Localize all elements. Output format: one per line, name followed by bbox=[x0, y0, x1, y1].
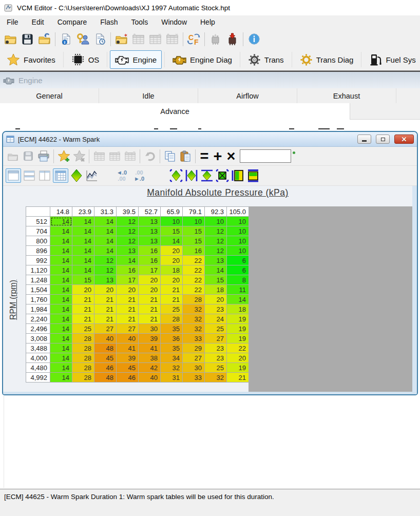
spark-cell[interactable]: 20 bbox=[161, 275, 183, 285]
spark-cell[interactable]: 20 bbox=[161, 246, 183, 256]
table-tool-3-disabled[interactable] bbox=[122, 149, 138, 163]
spark-cell[interactable]: 28 bbox=[72, 373, 94, 383]
spark-cell[interactable]: 22 bbox=[227, 343, 249, 353]
view-split-vertical-button[interactable] bbox=[37, 168, 52, 183]
spark-cell[interactable]: 14 bbox=[50, 334, 72, 343]
table-tool-1-disabled[interactable] bbox=[91, 149, 107, 163]
spark-cell[interactable]: 8 bbox=[227, 275, 249, 285]
spark-cell[interactable]: 19 bbox=[227, 324, 249, 334]
spark-cell[interactable]: 21 bbox=[139, 304, 161, 314]
remove-favorite-button[interactable] bbox=[71, 149, 87, 163]
spark-cell[interactable]: 14 bbox=[50, 246, 72, 256]
spark-cell[interactable]: 14 bbox=[50, 275, 72, 285]
file-history-button[interactable] bbox=[91, 31, 108, 47]
spark-cell[interactable]: 21 bbox=[139, 295, 161, 304]
tab-idle[interactable]: Idle bbox=[99, 88, 198, 103]
row-header[interactable]: 1,504 bbox=[26, 285, 50, 295]
spark-cell[interactable]: 12 bbox=[117, 236, 139, 246]
column-header[interactable]: 92.3 bbox=[205, 207, 227, 217]
spark-cell[interactable]: 14 bbox=[94, 246, 117, 256]
spark-cell[interactable]: 45 bbox=[94, 353, 117, 363]
spark-cell[interactable]: 14 bbox=[72, 236, 94, 246]
undo-button-disabled[interactable] bbox=[142, 149, 158, 163]
spark-cell[interactable]: 38 bbox=[139, 353, 161, 363]
spark-cell[interactable]: 46 bbox=[94, 363, 117, 373]
file-info-button[interactable] bbox=[58, 31, 74, 47]
spark-cell[interactable]: 32 bbox=[183, 324, 205, 334]
row-header[interactable]: 1,120 bbox=[26, 265, 50, 275]
spark-cell[interactable]: 12 bbox=[205, 236, 227, 246]
row-header[interactable]: 3,008 bbox=[26, 334, 50, 343]
spark-cell[interactable]: 14 bbox=[72, 256, 94, 265]
spark-cell[interactable]: 12 bbox=[94, 265, 117, 275]
spark-cell[interactable]: 10 bbox=[227, 236, 249, 246]
tab-general[interactable]: General bbox=[0, 88, 99, 103]
spark-cell[interactable]: 45 bbox=[117, 363, 139, 373]
spark-cell[interactable]: 36 bbox=[161, 334, 183, 343]
row-header[interactable]: 704 bbox=[26, 226, 50, 236]
spark-cell[interactable]: 22 bbox=[183, 275, 205, 285]
save-file-button[interactable] bbox=[19, 31, 36, 47]
spark-cell[interactable]: 12 bbox=[117, 226, 139, 236]
spark-cell[interactable]: 14 bbox=[50, 265, 72, 275]
open-button-disabled[interactable] bbox=[5, 149, 21, 163]
save-button-disabled[interactable] bbox=[21, 149, 36, 163]
spark-cell[interactable]: 15 bbox=[183, 236, 205, 246]
spark-cell[interactable]: 12 bbox=[205, 226, 227, 236]
spark-cell[interactable]: 17 bbox=[139, 265, 161, 275]
spark-cell[interactable]: 27 bbox=[183, 353, 205, 363]
unit-convert-button[interactable]: CF bbox=[185, 31, 202, 47]
spark-cell[interactable]: 18 bbox=[227, 304, 249, 314]
spark-cell[interactable]: 20 bbox=[139, 285, 161, 295]
menu-file[interactable]: File bbox=[0, 15, 25, 29]
spark-cell[interactable]: 20 bbox=[205, 295, 227, 304]
spark-cell[interactable]: 29 bbox=[183, 343, 205, 353]
spark-cell[interactable]: 27 bbox=[205, 334, 227, 343]
table-new-button[interactable] bbox=[130, 31, 147, 47]
spark-cell[interactable]: 16 bbox=[139, 256, 161, 265]
spark-cell[interactable]: 22 bbox=[183, 265, 205, 275]
row-header[interactable]: 4,480 bbox=[26, 363, 50, 373]
print-button[interactable] bbox=[36, 149, 51, 163]
spark-cell[interactable]: 23 bbox=[205, 304, 227, 314]
nav-favorites[interactable]: Favorites bbox=[2, 50, 61, 69]
decrease-decimals-button[interactable]: ◄.0 .00 bbox=[113, 168, 130, 183]
spark-cell[interactable]: 14 bbox=[117, 256, 139, 265]
spark-cell[interactable]: 33 bbox=[183, 334, 205, 343]
spark-cell[interactable]: 19 bbox=[227, 334, 249, 343]
tab-airflow[interactable]: Airflow bbox=[198, 88, 297, 103]
menu-edit[interactable]: Edit bbox=[25, 15, 51, 29]
column-header[interactable]: 31.3 bbox=[94, 207, 117, 217]
column-header[interactable]: 23.9 bbox=[72, 207, 94, 217]
nav-fuel-sys[interactable]: Fuel Sys bbox=[364, 50, 420, 69]
spark-cell[interactable]: 23 bbox=[205, 353, 227, 363]
spark-cell[interactable]: 21 bbox=[139, 314, 161, 324]
spark-cell[interactable]: 6 bbox=[227, 256, 249, 265]
spark-cell[interactable]: 13 bbox=[117, 246, 139, 256]
add-favorite-button[interactable] bbox=[56, 149, 71, 163]
spark-cell[interactable]: 19 bbox=[227, 314, 249, 324]
set-equal-button[interactable]: = bbox=[198, 149, 211, 163]
menu-help[interactable]: Help bbox=[194, 15, 222, 29]
spark-cell[interactable]: 10 bbox=[227, 217, 249, 226]
spark-cell[interactable]: 30 bbox=[139, 324, 161, 334]
spark-cell[interactable]: 14 bbox=[50, 226, 72, 236]
spark-cell[interactable]: 14 bbox=[50, 217, 72, 226]
spark-cell[interactable]: 33 bbox=[183, 373, 205, 383]
spark-cell[interactable]: 41 bbox=[117, 343, 139, 353]
compare-file-button[interactable] bbox=[113, 31, 130, 47]
spark-cell[interactable]: 21 bbox=[72, 304, 94, 314]
spark-cell[interactable]: 30 bbox=[183, 363, 205, 373]
spark-cell[interactable]: 14 bbox=[50, 363, 72, 373]
spark-cell[interactable]: 14 bbox=[94, 236, 117, 246]
spark-cell[interactable]: 20 bbox=[117, 285, 139, 295]
spark-cell[interactable]: 32 bbox=[161, 363, 183, 373]
spark-cell[interactable]: 10 bbox=[183, 217, 205, 226]
spark-cell[interactable]: 14 bbox=[50, 373, 72, 383]
spark-cell[interactable]: 21 bbox=[94, 314, 117, 324]
spark-cell[interactable]: 13 bbox=[139, 226, 161, 236]
spark-cell[interactable]: 28 bbox=[72, 343, 94, 353]
row-header[interactable]: 1,984 bbox=[26, 304, 50, 314]
spark-cell[interactable]: 14 bbox=[50, 314, 72, 324]
spark-cell[interactable]: 14 bbox=[94, 217, 117, 226]
